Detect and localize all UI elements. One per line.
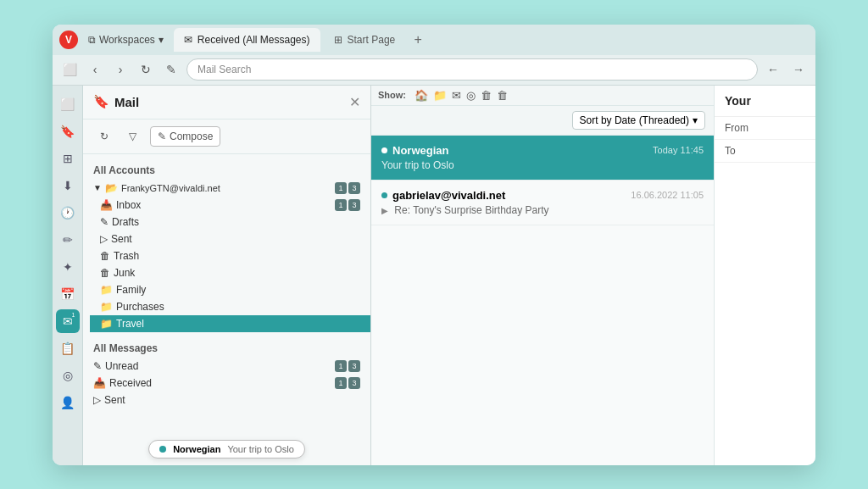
notification-sender: Norwegian xyxy=(173,444,220,454)
show-label: Show: xyxy=(378,90,406,100)
sort-chevron-icon: ▾ xyxy=(693,114,698,126)
search-sidebar-icon[interactable]: ✦ xyxy=(56,255,80,279)
sender-text-2: gabrielav@vivaldi.net xyxy=(392,189,505,202)
mail-toolbar: ↻ ▽ ✎ Compose xyxy=(83,119,370,154)
all-accounts-label: All Accounts xyxy=(83,161,370,180)
message-item-norwegian[interactable]: Norwegian Today 11:45 Your trip to Oslo xyxy=(371,136,714,181)
mail-panel-title: 🔖 Mail xyxy=(93,94,139,109)
toolbar: ⬜ ‹ › ↻ ✎ Mail Search ← → xyxy=(53,55,815,86)
folder-inbox[interactable]: 📥 Inbox 1 3 xyxy=(90,197,370,214)
message-date-2: 16.06.2022 11:05 xyxy=(631,190,704,200)
inbox-label: Inbox xyxy=(116,199,331,211)
notes-icon[interactable]: ✏ xyxy=(56,228,80,252)
nav-back-button[interactable]: ← xyxy=(763,59,783,80)
message-date: Today 11:45 xyxy=(653,145,704,155)
tasks-icon[interactable]: 📋 xyxy=(56,336,80,360)
notification-pill[interactable]: Norwegian Your trip to Oslo xyxy=(148,440,305,458)
folder-trash[interactable]: 🗑 Trash xyxy=(90,247,370,264)
mail-panel-header: 🔖 Mail ✕ xyxy=(83,86,370,119)
sent-icon: ▷ xyxy=(100,233,108,245)
folder-sent[interactable]: ▷ Sent xyxy=(90,231,370,247)
sort-bar: Sort by Date (Threaded) ▾ xyxy=(371,106,714,136)
smart-folder-received[interactable]: 📥 Received 1 3 xyxy=(83,375,370,392)
new-tab-button[interactable]: + xyxy=(409,31,427,49)
message-sender-2: gabrielav@vivaldi.net xyxy=(381,189,505,202)
tab-startpage[interactable]: ⊞ Start Page xyxy=(324,28,406,52)
account-row[interactable]: ▼ 📂 FrankyGTN@vivaldi.net 1 3 xyxy=(83,180,370,197)
message-item-gabrielav[interactable]: gabrielav@vivaldi.net 16.06.2022 11:05 ▶… xyxy=(371,181,714,225)
sent-label: Sent xyxy=(111,233,360,245)
reload-button[interactable]: ↻ xyxy=(136,59,156,80)
filter-rss-icon[interactable]: ◎ xyxy=(466,89,476,102)
smart-folder-unread[interactable]: ✎ Unread 1 3 xyxy=(83,358,370,375)
downloads-icon[interactable]: ⬇ xyxy=(56,174,80,197)
browser-window: V ⧉ Workspaces ▾ ✉ Received (All Message… xyxy=(53,25,815,465)
all-messages-label: All Messages xyxy=(83,339,370,358)
mail-title-text: Mail xyxy=(114,95,139,109)
inbox-badges: 1 3 xyxy=(335,199,360,211)
mail-sidebar-icon[interactable]: ✉ 1 xyxy=(56,309,80,333)
message-subject-2: ▶ Re: Tony's Surprise Birthday Party xyxy=(381,204,704,216)
drafts-label: Drafts xyxy=(112,216,360,228)
folder-purchases[interactable]: 📁 Purchases xyxy=(90,298,370,315)
refresh-icon: ↻ xyxy=(100,131,108,142)
address-bar[interactable]: Mail Search xyxy=(186,58,758,81)
contacts-icon[interactable]: 👤 xyxy=(56,391,80,414)
unread-dot-2 xyxy=(381,192,387,198)
filter-home-icon[interactable]: 🏠 xyxy=(415,89,428,102)
history-icon[interactable]: 🕐 xyxy=(56,201,80,225)
thread-expand-icon[interactable]: ▶ xyxy=(381,206,388,215)
tab-mail[interactable]: ✉ Received (All Messages) xyxy=(174,28,320,52)
sidebar-toggle-button[interactable]: ⬜ xyxy=(59,59,80,80)
nav-forward-button[interactable]: → xyxy=(788,59,809,80)
chevron-down-icon: ▾ xyxy=(159,34,164,46)
workspaces-label: Workspaces xyxy=(99,34,155,46)
layers-icon: ⧉ xyxy=(88,34,96,46)
account-icon: 📂 xyxy=(105,182,118,194)
unread-label: Unread xyxy=(105,360,331,372)
back-button[interactable]: ‹ xyxy=(85,59,105,80)
folder-drafts[interactable]: ✎ Drafts xyxy=(90,214,370,231)
message-list-panel: Show: 🏠 📁 ✉ ◎ 🗑 🗑 Sort by Date (Threaded… xyxy=(371,86,714,465)
mail-refresh-button[interactable]: ↻ xyxy=(93,127,115,146)
calendar-icon[interactable]: 📅 xyxy=(56,282,80,306)
filter-junk-icon[interactable]: 🗑 xyxy=(497,89,508,102)
folder-junk[interactable]: 🗑 Junk xyxy=(90,264,370,281)
filter-folder-icon[interactable]: 📁 xyxy=(433,89,447,102)
junk-icon: 🗑 xyxy=(100,267,110,279)
preview-title: Your xyxy=(715,86,815,117)
filter-icon: ▽ xyxy=(129,131,136,142)
drafts-icon: ✎ xyxy=(100,216,108,228)
preview-panel: Your From To xyxy=(714,86,815,465)
travel-label: Travel xyxy=(116,318,360,330)
smart-folder-sent[interactable]: ▷ Sent xyxy=(83,392,370,408)
nav-back-icon: ← xyxy=(767,63,779,76)
sort-dropdown[interactable]: Sort by Date (Threaded) ▾ xyxy=(572,111,705,130)
compose-button[interactable]: ✎ Compose xyxy=(150,126,220,147)
feeds-icon[interactable]: ◎ xyxy=(56,364,80,387)
filter-mail-icon[interactable]: ✉ xyxy=(452,89,461,102)
show-bar: Show: 🏠 📁 ✉ ◎ 🗑 🗑 xyxy=(371,86,714,106)
mail-close-button[interactable]: ✕ xyxy=(349,94,360,110)
notification-subject: Your trip to Oslo xyxy=(227,444,293,454)
edit-button[interactable]: ✎ xyxy=(161,59,181,80)
panels-icon[interactable]: ⊞ xyxy=(56,147,80,170)
sender-text: Norwegian xyxy=(392,144,448,157)
unread-badges: 1 3 xyxy=(335,360,360,372)
mail-panel: 🔖 Mail ✕ ↻ ▽ ✎ Compose All xyxy=(83,86,371,465)
mail-badge: 1 xyxy=(70,311,78,320)
message-item-header: Norwegian Today 11:45 xyxy=(381,144,704,157)
bookmarks-icon[interactable]: 🔖 xyxy=(56,119,80,143)
account-email: FrankyGTN@vivaldi.net xyxy=(121,183,331,193)
folder-travel[interactable]: 📁 Travel xyxy=(90,315,370,332)
travel-icon: 📁 xyxy=(100,318,113,330)
grid-icon: ⊞ xyxy=(334,34,342,46)
sent-smart-label: Sent xyxy=(104,394,360,406)
workspaces-tab[interactable]: ⧉ Workspaces ▾ xyxy=(81,31,170,49)
folder-family[interactable]: 📁 Family xyxy=(90,281,370,298)
forward-button[interactable]: › xyxy=(110,59,131,80)
message-list: Norwegian Today 11:45 Your trip to Oslo … xyxy=(371,136,714,465)
filter-trash-icon[interactable]: 🗑 xyxy=(481,89,492,102)
mail-filter-button[interactable]: ▽ xyxy=(122,127,143,146)
sidebar-toggle-icon[interactable]: ⬜ xyxy=(56,92,80,116)
